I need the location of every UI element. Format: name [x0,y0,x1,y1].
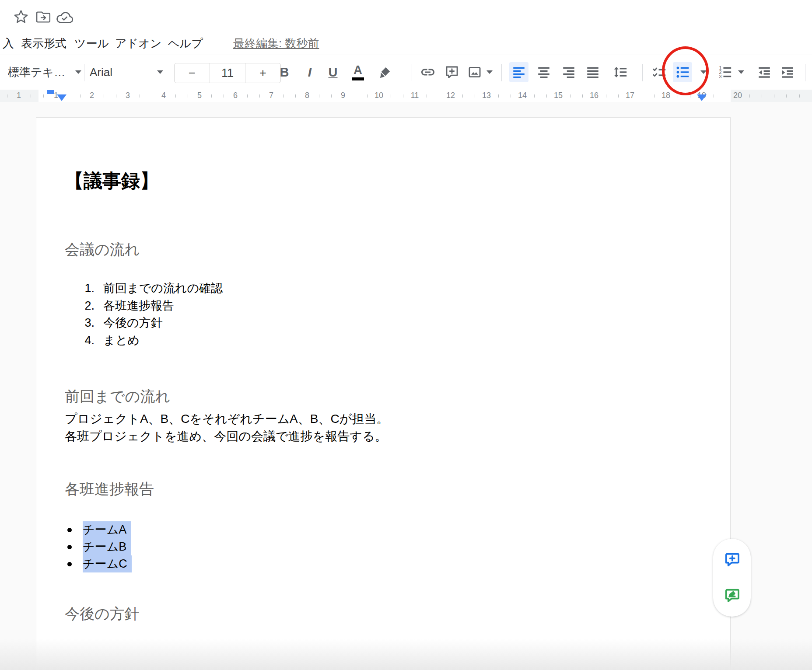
menu-item-tools[interactable]: ツール [74,36,109,51]
checklist-button[interactable] [650,62,669,82]
suggest-edits-side-button[interactable] [723,587,741,604]
ruler-tick [642,94,642,98]
insert-image-button[interactable] [465,62,484,82]
ruler-margin-number: 1 [14,91,24,100]
ruler-tick [188,94,188,98]
ruler-tick [762,94,762,98]
ruler-number: 3 [123,91,133,100]
list-number: 2. [65,297,94,315]
ruler-tick [511,94,511,98]
highlight-color-button[interactable] [375,62,395,82]
first-line-indent-marker[interactable] [47,90,54,94]
right-indent-marker[interactable] [697,94,707,101]
italic-button[interactable]: I [300,62,319,82]
ruler-tick [331,94,332,98]
ruler-tick [116,94,116,98]
ruler-tick [224,94,224,98]
ruler-number: 7 [266,91,276,100]
chevron-down-icon [486,70,493,74]
insert-link-button[interactable] [418,62,438,82]
add-comment-side-button[interactable] [723,551,741,569]
align-justify-button[interactable] [583,62,602,82]
menu-item-help[interactable]: ヘルプ [168,36,203,51]
align-left-button[interactable] [509,62,528,82]
menu-item-format[interactable]: 表示形式 [21,36,66,51]
font-family-selector[interactable]: Arial [90,62,163,82]
ruler-tick [152,94,152,98]
ruler-tick [140,94,140,98]
menu-bar: 入 表示形式 ツール アドオン ヘルプ 最終編集: 数秒前 [0,33,812,54]
ruler-number: 4 [159,91,168,100]
toolbar-separator [84,64,84,81]
ruler-tick [606,94,606,98]
add-comment-icon [444,65,459,80]
font-size-value[interactable]: 11 [210,63,245,83]
ruler-number: 11 [410,91,420,100]
align-right-button[interactable] [559,62,578,82]
last-edit-link[interactable]: 最終編集: 数秒前 [233,36,319,51]
ruler-tick [546,94,547,98]
bulleted-list-dropdown[interactable] [697,62,710,82]
ruler-tick [714,94,714,98]
list-item: 1.前回までの流れの確認 [65,280,223,297]
list-item: チームA [36,521,132,538]
ruler-tick [475,94,475,98]
cloud-saved-icon[interactable] [56,10,74,24]
move-folder-icon[interactable] [36,10,51,24]
bulleted-list-icon [675,65,690,80]
document-page[interactable]: 【議事録】 会議の流れ 1.前回までの流れの確認 2.各班進捗報告 3.今後の方… [36,117,731,670]
add-comment-button[interactable] [442,62,462,82]
toolbar-separator [805,64,805,81]
increase-indent-button[interactable] [778,62,797,82]
paragraph-style-label: 標準テキス... [8,65,66,80]
ruler-tick [283,94,284,98]
ruler-tick [319,94,319,98]
menu-item-addons[interactable]: アドオン [115,36,161,51]
ruler-tick [799,94,800,98]
align-justify-icon [585,65,600,80]
selected-text: チームA [83,521,131,538]
ruler-tick [367,94,368,98]
decrease-indent-button[interactable] [755,62,774,82]
ruler-tick [534,94,535,98]
bulleted-list-button[interactable] [673,62,692,82]
numbered-list-button[interactable]: 123 [715,62,735,82]
ruler-tick [570,94,570,98]
ruler-tick [678,94,678,98]
align-left-icon [511,65,526,80]
decrease-font-size-button[interactable]: − [175,63,210,83]
chevron-down-icon [157,70,163,74]
paragraph-style-selector[interactable]: 標準テキス... [8,62,81,82]
ruler-tick [68,94,68,98]
bold-button[interactable]: B [275,62,294,82]
left-indent-marker[interactable] [57,94,66,101]
ruler-number: 8 [302,91,312,100]
ruler-tick [391,94,391,98]
quick-action-bar [0,0,812,31]
image-icon [467,65,482,80]
list-text: 今後の方針 [103,314,163,332]
document-canvas: 【議事録】 会議の流れ 1.前回までの流れの確認 2.各班進捗報告 3.今後の方… [0,102,812,670]
ruler-number: 16 [589,91,599,100]
ruler-tick [498,94,499,98]
svg-text:3: 3 [719,74,722,79]
text-color-button[interactable]: A [348,62,368,82]
list-item: 3.今後の方針 [65,314,223,332]
paragraph-line: プロジェクトA、B、CをそれぞれチームA、B、Cが担当。 [65,410,388,428]
align-center-button[interactable] [534,62,553,82]
line-spacing-button[interactable] [611,62,630,82]
numbered-list-dropdown[interactable] [735,62,747,82]
font-size-control: − 11 + [174,63,281,83]
insert-image-dropdown[interactable] [483,62,496,82]
teams-bulleted-list: チームA チームB チームC [36,521,132,572]
paragraph-line: 各班プロジェクトを進め、今回の会議で進捗を報告する。 [65,428,388,445]
ruler-tick [749,94,750,98]
checklist-icon [652,65,667,80]
ruler-tick [774,94,774,98]
star-icon[interactable] [13,9,29,24]
doc-title: 【議事録】 [65,168,159,193]
chevron-down-icon [75,70,81,74]
ruler-tick [786,94,787,98]
menu-item-insert-partial[interactable]: 入 [3,36,14,51]
underline-button[interactable]: U [323,62,343,82]
